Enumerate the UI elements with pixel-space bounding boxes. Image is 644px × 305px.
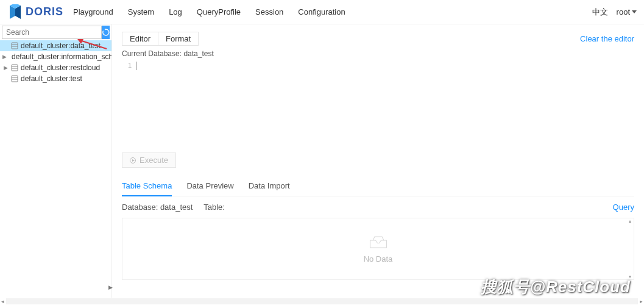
user-name: root xyxy=(617,7,630,16)
logo-icon xyxy=(7,4,23,20)
query-link[interactable]: Query xyxy=(613,203,634,212)
tree-item[interactable]: default_cluster:data_test xyxy=(0,40,111,51)
top-nav: Playground System Log QueryProfile Sessi… xyxy=(73,7,592,16)
cursor-icon xyxy=(136,62,137,70)
nav-queryprofile[interactable]: QueryProfile xyxy=(197,7,241,16)
database-icon xyxy=(11,42,18,49)
logo: DORIS xyxy=(7,4,63,20)
svg-rect-9 xyxy=(12,76,18,82)
nav-configuration[interactable]: Configuration xyxy=(298,7,345,16)
line-number: 1 xyxy=(128,62,132,69)
watermark: 搜狐号@RestCloud xyxy=(481,276,631,298)
result-empty-panel: No Data ▴ ▾ xyxy=(122,218,634,280)
tree-item-label: default_cluster:test xyxy=(21,74,82,83)
scroll-up-icon: ▴ xyxy=(628,218,632,224)
user-menu[interactable]: root xyxy=(617,7,637,16)
refresh-icon xyxy=(102,29,110,36)
logo-text: DORIS xyxy=(26,5,63,18)
search-input[interactable] xyxy=(2,26,102,39)
sidebar: default_cluster:data_test ▶ default_clus… xyxy=(0,24,112,298)
horizontal-scrollbar[interactable]: ◂ ▸ xyxy=(0,298,644,305)
tree-item[interactable]: default_cluster:test xyxy=(0,73,111,84)
seg-format[interactable]: Format xyxy=(158,32,198,45)
chevron-down-icon xyxy=(632,10,637,13)
clear-editor-link[interactable]: Clear the editor xyxy=(580,34,634,43)
sql-editor[interactable]: 1 xyxy=(122,60,634,149)
svg-rect-6 xyxy=(12,65,18,71)
main-panel: Editor Format Clear the editor Current D… xyxy=(112,24,644,298)
seg-editor[interactable]: Editor xyxy=(122,32,158,45)
result-tabs: Table Schema Data Preview Data Import xyxy=(122,176,634,196)
tab-data-preview[interactable]: Data Preview xyxy=(186,176,233,196)
tree-item[interactable]: ▶ default_cluster:restcloud xyxy=(0,62,111,73)
current-database: Current Database: data_test xyxy=(122,49,634,58)
tree-item[interactable]: ▶ default_cluster:information_schema xyxy=(0,51,111,62)
svg-rect-0 xyxy=(12,43,18,49)
app-header: DORIS Playground System Log QueryProfile… xyxy=(0,0,644,24)
nav-log[interactable]: Log xyxy=(169,7,182,16)
search-refresh-button[interactable] xyxy=(102,26,110,39)
tab-table-schema[interactable]: Table Schema xyxy=(122,176,172,196)
lang-toggle[interactable]: 中文 xyxy=(592,7,608,18)
header-right: 中文 root xyxy=(592,7,637,18)
tab-data-import[interactable]: Data Import xyxy=(249,176,290,196)
editor-mode-segment: Editor Format xyxy=(122,32,199,46)
tree-caret-icon: ▶ xyxy=(2,65,9,71)
no-data-text: No Data xyxy=(364,254,393,264)
db-tree: default_cluster:data_test ▶ default_clus… xyxy=(0,40,111,298)
result-info-row: Database: data_test Table: Query xyxy=(122,196,634,218)
database-icon xyxy=(11,64,18,71)
database-icon xyxy=(11,75,18,82)
inbox-icon xyxy=(367,235,389,249)
scroll-track xyxy=(6,298,638,304)
scroll-right-icon: ▸ xyxy=(639,298,644,304)
nav-session[interactable]: Session xyxy=(255,7,283,16)
scroll-left-icon: ◂ xyxy=(0,298,5,304)
play-icon xyxy=(130,157,136,163)
tree-item-label: default_cluster:information_schema xyxy=(12,52,111,61)
execute-button[interactable]: Execute xyxy=(122,152,176,168)
nav-playground[interactable]: Playground xyxy=(73,7,113,16)
tree-item-label: default_cluster:data_test xyxy=(21,41,101,50)
tree-caret-icon: ▶ xyxy=(2,54,7,60)
nav-system[interactable]: System xyxy=(128,7,154,16)
vertical-scrollbar[interactable]: ▴ ▾ xyxy=(628,218,632,279)
tree-item-label: default_cluster:restcloud xyxy=(21,63,100,72)
